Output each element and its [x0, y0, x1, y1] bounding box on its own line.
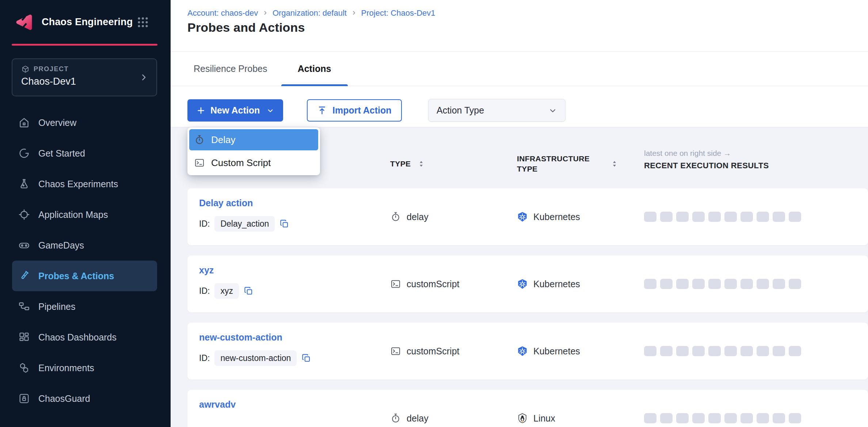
execution-result-placeholder	[676, 413, 689, 423]
infrastructure-icon	[517, 278, 528, 289]
sidebar-nav: Overview Get Started Chaos Experiments A…	[0, 107, 171, 414]
sort-icon[interactable]	[417, 159, 426, 168]
id-label: ID:	[199, 286, 210, 296]
recent-execution-results	[644, 413, 801, 423]
copy-id-icon[interactable]	[301, 353, 311, 363]
brand-divider	[12, 44, 157, 46]
breadcrumb-link[interactable]: Organization: default	[273, 8, 347, 18]
infrastructure-cell: Kubernetes	[517, 323, 580, 380]
sidebar-item-label: GameDays	[38, 240, 84, 251]
action-row-awrvadv: awrvadv ID: delay Linux	[187, 390, 868, 427]
sidebar-item-application-maps[interactable]: Application Maps	[12, 199, 157, 230]
project-name: Chaos-Dev1	[21, 76, 148, 87]
main-content: Account: chaos-dev › Organization: defau…	[171, 0, 868, 427]
sidebar-item-get-started[interactable]: Get Started	[12, 138, 157, 169]
action-id-chip: new-custom-action	[214, 350, 297, 366]
action-type-cell: customScript	[390, 255, 459, 312]
tab-label: Resilience Probes	[194, 64, 267, 74]
sidebar-item-label: Chaos Experiments	[38, 179, 118, 189]
menu-item-custom-script[interactable]: Custom Script	[189, 152, 318, 173]
cube-icon	[21, 65, 30, 73]
sort-icon[interactable]	[610, 159, 619, 168]
execution-result-placeholder	[757, 413, 769, 423]
execution-result-placeholder	[757, 346, 769, 356]
breadcrumb-item-account-chaos-dev: Account: chaos-dev ›	[187, 8, 273, 18]
sidebar-item-chaos-experiments[interactable]: Chaos Experiments	[12, 169, 157, 199]
breadcrumb-link[interactable]: Project: Chaos-Dev1	[361, 8, 435, 18]
module-switcher-grid-icon[interactable]	[136, 16, 149, 29]
chevron-right-icon	[139, 73, 148, 82]
new-action-label: New Action	[210, 105, 260, 116]
execution-result-placeholder	[773, 413, 785, 423]
sidebar-item-chaosguard[interactable]: ChaosGuard	[12, 383, 157, 414]
execution-result-placeholder	[692, 413, 705, 423]
copy-id-icon[interactable]	[244, 286, 254, 296]
execution-result-placeholder	[660, 346, 673, 356]
execution-result-placeholder	[708, 346, 721, 356]
sidebar-item-overview[interactable]: Overview	[12, 107, 157, 138]
execution-result-placeholder	[724, 212, 737, 222]
action-name-link[interactable]: xyz	[199, 265, 214, 276]
tab-bar: Resilience Probes Actions	[171, 51, 868, 86]
sidebar-item-pipelines[interactable]: Pipelines	[12, 291, 157, 322]
sidebar-item-probes-actions[interactable]: Probes & Actions	[12, 261, 157, 291]
action-name-link[interactable]: Delay action	[199, 198, 253, 208]
tab-actions[interactable]: Actions	[281, 52, 348, 86]
project-selector[interactable]: PROJECT Chaos-Dev1	[12, 58, 157, 96]
execution-result-placeholder	[692, 346, 705, 356]
sidebar-item-icon	[18, 300, 30, 313]
execution-result-placeholder	[724, 413, 737, 423]
action-type-icon	[390, 278, 401, 289]
plus-icon	[196, 106, 206, 115]
new-action-dropdown-menu: Delay Custom Script	[187, 127, 320, 175]
tab-resilience-probes[interactable]: Resilience Probes	[190, 52, 271, 86]
sidebar-header: Chaos Engineering	[0, 0, 171, 44]
infrastructure-value: Linux	[533, 413, 555, 424]
sidebar-item-label: Get Started	[38, 148, 85, 159]
action-id-row: ID: xyz	[199, 283, 254, 299]
infrastructure-cell: Kubernetes	[517, 188, 580, 245]
recent-execution-results	[644, 346, 801, 356]
sidebar-item-gamedays[interactable]: GameDays	[12, 230, 157, 261]
copy-id-icon[interactable]	[279, 219, 289, 229]
execution-result-placeholder	[708, 212, 721, 222]
action-type-icon	[390, 413, 401, 424]
execution-result-placeholder	[789, 212, 801, 222]
infrastructure-cell: Kubernetes	[517, 255, 580, 312]
execution-result-placeholder	[676, 346, 689, 356]
action-type-filter[interactable]: Action Type	[428, 99, 566, 122]
breadcrumb-link[interactable]: Account: chaos-dev	[187, 8, 258, 18]
action-type-filter-label: Action Type	[437, 105, 484, 116]
app-title: Chaos Engineering	[42, 16, 133, 28]
recent-execution-results	[644, 279, 801, 289]
execution-result-placeholder	[676, 212, 689, 222]
execution-result-placeholder	[724, 346, 737, 356]
sidebar-item-label: Application Maps	[38, 209, 108, 220]
type-header-label: TYPE	[390, 159, 411, 168]
sidebar-item-environments[interactable]: Environments	[12, 353, 157, 383]
import-action-button[interactable]: Import Action	[307, 99, 402, 122]
execution-result-placeholder	[708, 413, 721, 423]
infrastructure-icon	[517, 346, 528, 357]
action-id-chip: xyz	[214, 283, 239, 299]
action-type-value: customScript	[407, 279, 459, 289]
sidebar-item-label: Pipelines	[38, 301, 75, 312]
execution-result-placeholder	[708, 279, 721, 289]
sidebar-item-icon	[18, 362, 30, 374]
sidebar-item-label: Overview	[38, 118, 76, 128]
project-label: PROJECT	[34, 65, 69, 73]
sidebar-item-icon	[18, 116, 30, 129]
breadcrumb-separator: ›	[264, 8, 267, 18]
infrastructure-value: Kubernetes	[533, 212, 580, 222]
action-name-link[interactable]: awrvadv	[199, 399, 236, 410]
action-id-row: ID: Delay_action	[199, 216, 289, 232]
sidebar-item-icon	[18, 178, 30, 190]
action-name-link[interactable]: new-custom-action	[199, 332, 282, 343]
sidebar-item-icon	[18, 392, 30, 405]
sidebar-item-chaos-dashboards[interactable]: Chaos Dashboards	[12, 322, 157, 353]
menu-item-delay[interactable]: Delay	[189, 129, 318, 150]
execution-result-placeholder	[724, 279, 737, 289]
new-action-button[interactable]: New Action	[187, 99, 283, 122]
action-type-value: customScript	[407, 346, 459, 357]
sidebar-item-label: Chaos Dashboards	[38, 332, 117, 343]
